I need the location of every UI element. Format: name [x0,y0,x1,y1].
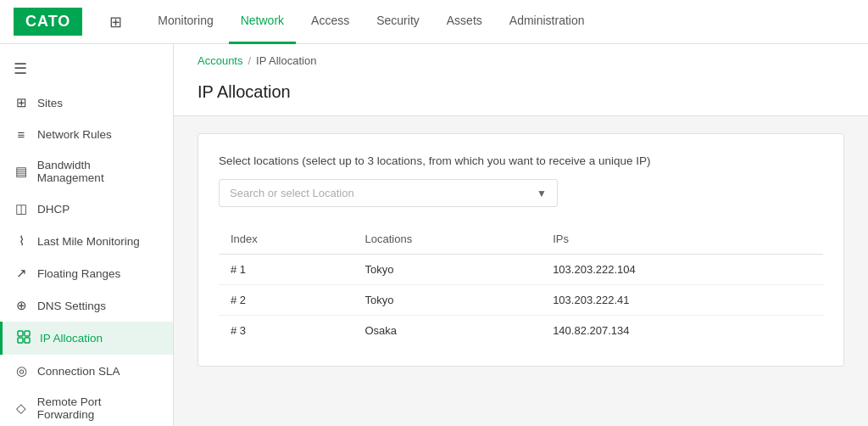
sidebar-item-last-mile-label: Last Mile Monitoring [37,235,140,248]
nav-item-access[interactable]: Access [299,0,361,44]
sidebar-item-sites[interactable]: ⊞ Sites [0,87,173,119]
svg-rect-3 [25,338,30,343]
cell-index: # 2 [219,285,353,316]
nav-item-administration[interactable]: Administration [498,0,597,44]
cell-ip: 140.82.207.134 [541,316,823,346]
table-row: # 2 Tokyo 103.203.222.41 [219,285,823,316]
ip-allocation-table: Index Locations IPs # 1 Tokyo 103.203.22… [219,224,823,345]
sidebar-item-dhcp[interactable]: ◫ DHCP [0,193,173,225]
table-row: # 3 Osaka 140.82.207.134 [219,316,823,346]
dns-icon: ⊕ [14,298,29,313]
col-ips: IPs [541,224,823,255]
sidebar-item-connection-sla-label: Connection SLA [37,365,120,378]
svg-rect-2 [18,338,23,343]
content-body: Select locations (select up to 3 locatio… [174,116,868,384]
remote-port-icon: ◇ [14,401,29,416]
sites-icon: ⊞ [14,95,29,110]
breadcrumb-current: IP Allocation [256,54,316,67]
nav-items: Monitoring Network Access Security Asset… [146,0,854,44]
last-mile-icon: ⌇ [14,233,29,249]
sidebar-item-connection-sla[interactable]: ◎ Connection SLA [0,355,173,387]
nav-item-assets[interactable]: Assets [435,0,494,44]
dhcp-icon: ◫ [14,201,29,216]
location-select-dropdown[interactable]: Search or select Location ▼ [219,179,558,207]
sidebar-item-bandwidth-label: Bandwidth Management [37,159,159,184]
chevron-down-icon: ▼ [537,188,547,199]
sidebar-item-floating-ranges-label: Floating Ranges [37,267,120,280]
table-row: # 1 Tokyo 103.203.222.104 [219,255,823,285]
top-nav: CATO ⊞ Monitoring Network Access Securit… [0,0,868,44]
sidebar-item-network-rules-label: Network Rules [37,128,112,141]
logo: CATO [14,8,82,36]
content-header: Accounts / IP Allocation IP Allocation [174,44,868,116]
nav-item-security[interactable]: Security [364,0,431,44]
cell-location: Tokyo [353,255,541,285]
bandwidth-icon: ▤ [14,164,29,179]
location-select-placeholder: Search or select Location [230,187,354,199]
breadcrumb-accounts[interactable]: Accounts [198,54,242,67]
sidebar-item-network-rules[interactable]: ≡ Network Rules [0,119,173,150]
sidebar: ☰ ⊞ Sites ≡ Network Rules ▤ Bandwidth Ma… [0,44,174,426]
cell-location: Osaka [353,316,541,346]
cell-ip: 103.203.222.104 [541,255,823,285]
sidebar-item-last-mile[interactable]: ⌇ Last Mile Monitoring [0,225,173,257]
hamburger-icon[interactable]: ☰ [0,51,173,87]
sidebar-item-ip-allocation-label: IP Allocation [40,332,103,345]
cell-index: # 3 [219,316,353,346]
cell-location: Tokyo [353,285,541,316]
svg-rect-1 [25,331,30,336]
sidebar-item-remote-port[interactable]: ◇ Remote Port Forwarding [0,387,173,426]
col-index: Index [219,224,353,255]
sidebar-item-ip-allocation[interactable]: IP Allocation [0,322,173,355]
page-title: IP Allocation [198,74,844,115]
sidebar-item-floating-ranges[interactable]: ↗ Floating Ranges [0,257,173,289]
nav-item-network[interactable]: Network [229,0,296,44]
sidebar-item-remote-port-label: Remote Port Forwarding [37,395,159,421]
breadcrumb-separator: / [248,54,251,67]
card-description: Select locations (select up to 3 locatio… [219,154,823,167]
grid-icon[interactable]: ⊞ [109,13,122,31]
cell-ip: 103.203.222.41 [541,285,823,316]
connection-sla-icon: ◎ [14,363,29,378]
network-rules-icon: ≡ [14,127,29,142]
sidebar-item-dns-settings[interactable]: ⊕ DNS Settings [0,289,173,322]
sidebar-item-sites-label: Sites [37,97,63,109]
ip-allocation-icon [16,330,31,346]
floating-ranges-icon: ↗ [14,266,29,281]
sidebar-item-bandwidth[interactable]: ▤ Bandwidth Management [0,150,173,193]
ip-allocation-card: Select locations (select up to 3 locatio… [198,133,844,367]
body-layout: ☰ ⊞ Sites ≡ Network Rules ▤ Bandwidth Ma… [0,44,868,426]
cell-index: # 1 [219,255,353,285]
sidebar-item-dns-label: DNS Settings [37,300,106,312]
main-content: Accounts / IP Allocation IP Allocation S… [174,44,868,426]
breadcrumb: Accounts / IP Allocation [198,54,844,74]
sidebar-item-dhcp-label: DHCP [37,203,70,216]
nav-item-monitoring[interactable]: Monitoring [146,0,225,44]
col-locations: Locations [353,224,541,255]
svg-rect-0 [18,331,23,336]
